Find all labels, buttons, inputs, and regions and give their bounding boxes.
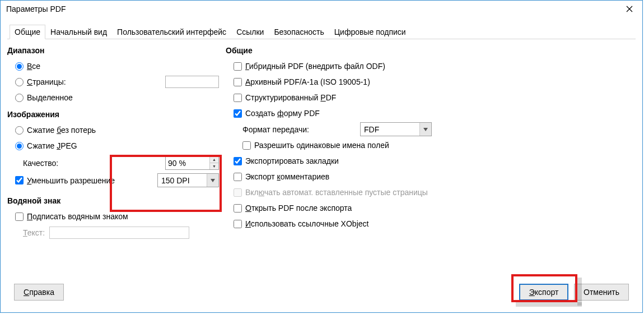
- xobject-row: Использовать ссылочные XObject: [234, 217, 636, 230]
- jpeg-label[interactable]: Сжатие JPEG: [27, 141, 77, 150]
- reduce-resolution-row: Уменьшить разрешение 150 DPI: [15, 173, 226, 187]
- archive-label[interactable]: Архивный PDF/A-1a (ISO 19005-1): [245, 77, 370, 86]
- blank-pages-row: Включать автомат. вставленные пустые стр…: [234, 186, 636, 199]
- range-selection-label[interactable]: Выделенное: [27, 93, 73, 102]
- tagged-label[interactable]: Структурированный PDF: [245, 93, 336, 102]
- jpeg-row: Сжатие JPEG: [15, 139, 226, 153]
- right-column: Общие Гибридный PDF (внедрить файл ODF) …: [226, 45, 636, 278]
- chevron-down-icon: [211, 179, 215, 182]
- watermark-text-label: Текст:: [23, 228, 45, 237]
- chevron-down-icon: [423, 128, 428, 131]
- create-form-label[interactable]: Создать форму PDF: [245, 109, 320, 118]
- watermark-text-input: [49, 227, 189, 239]
- range-title: Диапазон: [7, 46, 226, 55]
- quality-down-button[interactable]: ▼: [210, 163, 218, 169]
- dpi-dropdown-button[interactable]: [207, 174, 218, 187]
- submit-format-row: Формат передачи: FDF: [242, 122, 636, 136]
- dpi-combobox[interactable]: 150 DPI: [157, 173, 219, 187]
- comments-checkbox[interactable]: [234, 173, 242, 181]
- tab-user-interface[interactable]: Пользовательский интерфейс: [112, 25, 231, 39]
- archive-checkbox[interactable]: [234, 78, 242, 86]
- quality-stepper[interactable]: ▲ ▼: [165, 156, 219, 170]
- range-all-row: Все: [15, 59, 226, 73]
- general-title: Общие: [226, 46, 636, 55]
- submit-format-value: FDF: [361, 123, 419, 136]
- dup-names-label[interactable]: Разрешить одинаковые имена полей: [254, 141, 389, 150]
- xobject-checkbox[interactable]: [234, 220, 242, 228]
- dup-names-row: Разрешить одинаковые имена полей: [242, 138, 636, 152]
- comments-row: Экспорт комментариев: [234, 170, 636, 183]
- tab-digital-signatures[interactable]: Цифровые подписи: [329, 25, 411, 39]
- range-pages-input[interactable]: [165, 76, 219, 88]
- client-area: Общие Начальный вид Пользовательский инт…: [1, 17, 642, 312]
- close-icon: [626, 6, 633, 12]
- help-button[interactable]: Справка: [14, 284, 64, 301]
- submit-format-dropdown-button[interactable]: [419, 123, 431, 136]
- export-button[interactable]: Экспорт: [519, 284, 568, 301]
- images-title: Изображения: [7, 110, 226, 119]
- range-selection-row: Выделенное: [15, 91, 226, 104]
- cancel-button[interactable]: Отменить: [574, 284, 629, 301]
- range-all-radio[interactable]: [15, 62, 24, 71]
- hybrid-row: Гибридный PDF (внедрить файл ODF): [234, 59, 636, 73]
- quality-input[interactable]: [166, 156, 209, 169]
- quality-label: Качество:: [23, 159, 58, 168]
- tab-links[interactable]: Ссылки: [231, 25, 269, 39]
- quality-spin-buttons: ▲ ▼: [209, 156, 218, 169]
- range-pages-label[interactable]: Страницы:: [27, 77, 66, 86]
- open-after-checkbox[interactable]: [234, 204, 242, 213]
- watermark-title: Водяной знак: [7, 196, 226, 205]
- titlebar: Параметры PDF: [1, 1, 642, 17]
- tab-general[interactable]: Общие: [10, 25, 45, 39]
- create-form-checkbox[interactable]: [234, 109, 242, 118]
- range-pages-radio[interactable]: [15, 78, 24, 86]
- tab-content: Диапазон Все Страницы: Выделенное Изобра…: [7, 45, 636, 278]
- range-pages-row: Страницы:: [15, 75, 226, 89]
- tagged-row: Структурированный PDF: [234, 91, 636, 104]
- create-form-row: Создать форму PDF: [234, 107, 636, 120]
- watermark-text-row: Текст:: [23, 227, 226, 239]
- dpi-value: 150 DPI: [158, 174, 207, 187]
- range-all-label[interactable]: Все: [27, 62, 40, 71]
- watermark-sign-label[interactable]: Подписать водяным знаком: [27, 212, 128, 221]
- open-after-row: Открыть PDF после экспорта: [234, 201, 636, 215]
- watermark-sign-checkbox[interactable]: [15, 213, 24, 221]
- close-button[interactable]: [617, 1, 642, 17]
- bookmarks-row: Экспортировать закладки: [234, 154, 636, 168]
- jpeg-radio[interactable]: [15, 142, 24, 150]
- tagged-checkbox[interactable]: [234, 94, 242, 102]
- range-selection-radio[interactable]: [15, 94, 24, 102]
- lossless-radio[interactable]: [15, 126, 24, 135]
- dup-names-checkbox[interactable]: [242, 141, 251, 150]
- blank-pages-checkbox: [234, 188, 242, 197]
- reduce-resolution-checkbox[interactable]: [15, 176, 24, 184]
- highlight-shadow-bottom: [516, 302, 582, 307]
- window-title: Параметры PDF: [6, 4, 66, 13]
- quality-up-button[interactable]: ▲: [210, 156, 218, 163]
- hybrid-label[interactable]: Гибридный PDF (внедрить файл ODF): [245, 62, 385, 71]
- open-after-label[interactable]: Открыть PDF после экспорта: [245, 204, 352, 213]
- xobject-label[interactable]: Использовать ссылочные XObject: [245, 219, 368, 228]
- lossless-label[interactable]: Сжатие без потерь: [27, 126, 96, 135]
- reduce-resolution-label[interactable]: Уменьшить разрешение: [27, 176, 115, 185]
- tab-initial-view[interactable]: Начальный вид: [45, 25, 112, 39]
- archive-row: Архивный PDF/A-1a (ISO 19005-1): [234, 75, 636, 89]
- tab-row: Общие Начальный вид Пользовательский инт…: [7, 23, 636, 39]
- hybrid-checkbox[interactable]: [234, 62, 242, 71]
- left-column: Диапазон Все Страницы: Выделенное Изобра…: [7, 45, 226, 278]
- blank-pages-label: Включать автомат. вставленные пустые стр…: [245, 188, 428, 197]
- submit-format-combobox[interactable]: FDF: [360, 122, 432, 136]
- tab-security[interactable]: Безопасность: [269, 25, 329, 39]
- pdf-options-dialog: Параметры PDF Общие Начальный вид Пользо…: [0, 0, 643, 313]
- quality-row: Качество: ▲ ▼: [23, 156, 226, 170]
- watermark-sign-row: Подписать водяным знаком: [15, 210, 226, 223]
- comments-label[interactable]: Экспорт комментариев: [245, 172, 329, 181]
- lossless-row: Сжатие без потерь: [15, 123, 226, 137]
- footer: Справка Экспорт Отменить: [7, 278, 636, 312]
- submit-format-label: Формат передачи:: [242, 125, 360, 134]
- bookmarks-checkbox[interactable]: [234, 157, 242, 165]
- bookmarks-label[interactable]: Экспортировать закладки: [245, 156, 339, 165]
